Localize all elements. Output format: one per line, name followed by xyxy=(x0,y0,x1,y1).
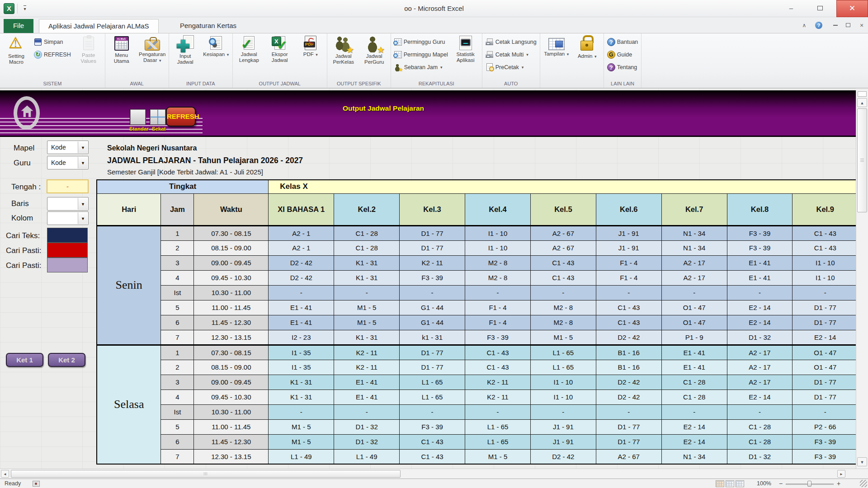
schedule-cell[interactable]: C1 - 43 xyxy=(530,255,596,270)
schedule-cell[interactable]: D1 - 77 xyxy=(596,419,661,434)
schedule-cell[interactable]: A2 - 67 xyxy=(530,225,596,240)
schedule-cell[interactable]: A2 - 1 xyxy=(269,240,334,255)
schedule-cell[interactable]: - xyxy=(465,285,531,300)
tab-pengaturan-kertas[interactable]: Pengaturan Kertas xyxy=(171,19,245,33)
jadwal-perkelas-button[interactable]: Jadwal PerKelas xyxy=(329,34,359,78)
schedule-cell[interactable]: M2 - 8 xyxy=(530,315,596,330)
schedule-cell[interactable]: M2 - 8 xyxy=(530,300,596,315)
statistik-aplikasi-button[interactable]: Statistik Aplikasi xyxy=(451,34,481,78)
schedule-cell[interactable]: - xyxy=(400,404,465,419)
jam-cell[interactable]: 4 xyxy=(161,389,194,404)
schedule-cell[interactable]: E2 - 14 xyxy=(793,330,858,345)
schedule-cell[interactable]: - xyxy=(269,404,334,419)
sekat-button[interactable] xyxy=(150,109,165,125)
menu-utama-button[interactable]: Menu Utama xyxy=(107,34,137,78)
schedule-cell[interactable]: I1 - 10 xyxy=(465,225,531,240)
schedule-cell[interactable]: E1 - 41 xyxy=(334,375,400,389)
close-button[interactable]: ✕ xyxy=(836,0,868,17)
schedule-cell[interactable]: A2 - 17 xyxy=(661,255,727,270)
chevron-down-icon[interactable]: ▼ xyxy=(78,141,88,153)
schedule-cell[interactable]: K2 - 11 xyxy=(465,389,531,404)
jam-cell[interactable]: 5 xyxy=(161,300,194,315)
zoom-in-icon[interactable]: + xyxy=(835,479,842,488)
schedule-cell[interactable]: - xyxy=(727,285,793,300)
schedule-cell[interactable]: C1 - 43 xyxy=(793,240,858,255)
schedule-cell[interactable]: F3 - 39 xyxy=(793,434,858,449)
schedule-cell[interactable]: C1 - 43 xyxy=(400,434,465,449)
jam-cell[interactable]: 1 xyxy=(161,225,194,240)
schedule-cell[interactable]: K2 - 11 xyxy=(400,255,465,270)
pengaturan-dasar-button[interactable]: Pengaturan Dasar ▾ xyxy=(137,34,167,78)
cari-pasti1-color-box[interactable] xyxy=(47,243,88,258)
schedule-cell[interactable]: E2 - 14 xyxy=(727,389,793,404)
tampilan-button[interactable]: Tampilan ▾ xyxy=(542,34,571,78)
schedule-cell[interactable]: N1 - 34 xyxy=(661,225,727,240)
schedule-cell[interactable]: C1 - 28 xyxy=(661,389,727,404)
precetak-button[interactable]: PreCetak▾ xyxy=(484,61,538,73)
schedule-cell[interactable]: E1 - 41 xyxy=(727,255,793,270)
jam-cell[interactable]: 7 xyxy=(161,449,194,464)
jam-cell[interactable]: 7 xyxy=(161,330,194,345)
ket2-button[interactable]: Ket 2 xyxy=(48,353,85,367)
schedule-cell[interactable]: K1 - 31 xyxy=(269,375,334,389)
schedule-cell[interactable]: D1 - 77 xyxy=(793,375,858,389)
refresh-button[interactable]: REFRESH xyxy=(166,107,196,127)
workbook-restore-icon[interactable] xyxy=(843,21,854,30)
schedule-cell[interactable]: L1 - 65 xyxy=(530,360,596,375)
schedule-cell[interactable]: M2 - 8 xyxy=(465,255,531,270)
schedule-cell[interactable]: - xyxy=(465,404,531,419)
setting-macro-button[interactable]: Setting Macro xyxy=(1,34,31,78)
schedule-cell[interactable]: I1 - 10 xyxy=(793,270,858,285)
mapel-dropdown[interactable]: Kode▼ xyxy=(47,141,89,154)
schedule-cell[interactable]: I1 - 10 xyxy=(530,375,596,389)
schedule-cell[interactable]: F1 - 4 xyxy=(596,270,661,285)
jam-cell[interactable]: 5 xyxy=(161,419,194,434)
workbook-minimize-icon[interactable] xyxy=(830,21,841,30)
schedule-cell[interactable]: - xyxy=(334,404,400,419)
schedule-cell[interactable]: O1 - 47 xyxy=(793,345,858,360)
bantuan-button[interactable]: Bantuan xyxy=(605,36,640,47)
resize-grip[interactable] xyxy=(860,480,867,487)
schedule-cell[interactable]: N1 - 34 xyxy=(661,240,727,255)
schedule-cell[interactable]: D1 - 77 xyxy=(400,225,465,240)
admin-button[interactable]: Admin ▾ xyxy=(572,34,602,78)
schedule-cell[interactable]: C1 - 28 xyxy=(334,225,400,240)
schedule-cell[interactable]: E1 - 41 xyxy=(727,270,793,285)
schedule-cell[interactable]: A2 - 17 xyxy=(727,345,793,360)
ekspor-jadwal-button[interactable]: Ekspor Jadwal xyxy=(265,34,295,78)
schedule-cell[interactable]: C1 - 43 xyxy=(465,345,531,360)
schedule-cell[interactable]: - xyxy=(334,285,400,300)
jadwal-perguru-button[interactable]: Jadwal PerGuru xyxy=(359,34,389,78)
schedule-cell[interactable]: O1 - 47 xyxy=(661,300,727,315)
schedule-cell[interactable]: C1 - 43 xyxy=(793,225,858,240)
schedule-cell[interactable]: D2 - 42 xyxy=(596,375,661,389)
collapse-ribbon-icon[interactable]: ∧ xyxy=(799,21,809,30)
schedule-cell[interactable]: C1 - 43 xyxy=(400,449,465,464)
workbook-close-icon[interactable]: × xyxy=(856,21,867,30)
sebaran-jam-button[interactable]: Sebaran Jam▾ xyxy=(392,61,450,73)
zoom-out-icon[interactable]: − xyxy=(778,479,784,488)
schedule-cell[interactable]: D2 - 42 xyxy=(269,255,334,270)
chevron-down-icon[interactable]: ▼ xyxy=(78,198,88,210)
schedule-cell[interactable]: A2 - 17 xyxy=(727,360,793,375)
schedule-cell[interactable]: - xyxy=(596,285,661,300)
waktu-cell[interactable]: 11.45 - 12.30 xyxy=(194,434,269,449)
pdf-button[interactable]: PDF ▾ xyxy=(296,34,326,78)
refresh-button[interactable]: REFRESH xyxy=(32,49,73,60)
schedule-cell[interactable]: D1 - 77 xyxy=(793,300,858,315)
schedule-cell[interactable]: D2 - 42 xyxy=(530,449,596,464)
schedule-cell[interactable]: E2 - 14 xyxy=(727,315,793,330)
schedule-cell[interactable]: M1 - 5 xyxy=(269,419,334,434)
schedule-cell[interactable]: G1 - 44 xyxy=(400,300,465,315)
schedule-cell[interactable]: C1 - 43 xyxy=(596,300,661,315)
zoom-level[interactable]: 100% xyxy=(751,479,771,488)
waktu-cell[interactable]: 07.30 - 08.15 xyxy=(194,345,269,360)
schedule-cell[interactable]: D1 - 77 xyxy=(400,345,465,360)
waktu-cell[interactable]: 12.30 - 13.15 xyxy=(194,449,269,464)
schedule-cell[interactable]: E2 - 14 xyxy=(661,434,727,449)
schedule-cell[interactable]: F1 - 4 xyxy=(465,300,531,315)
schedule-cell[interactable]: - xyxy=(793,404,858,419)
schedule-cell[interactable]: L1 - 65 xyxy=(465,419,531,434)
schedule-cell[interactable]: D1 - 77 xyxy=(400,240,465,255)
schedule-cell[interactable]: F3 - 39 xyxy=(400,270,465,285)
